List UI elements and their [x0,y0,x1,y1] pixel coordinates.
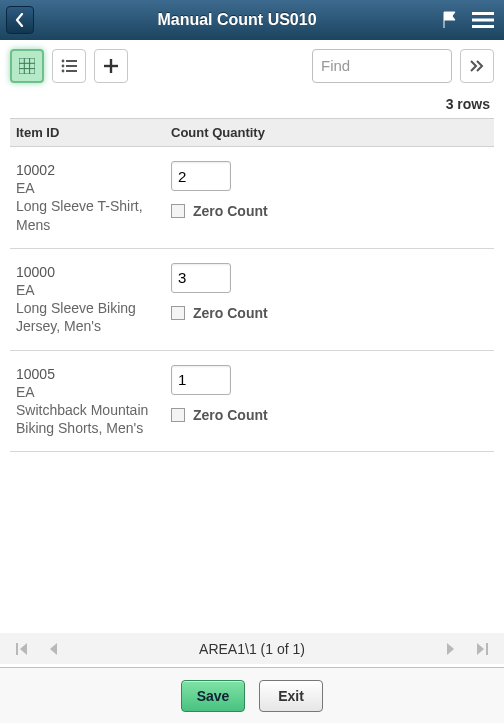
checkbox-icon[interactable] [171,408,185,422]
count-quantity-input[interactable] [171,365,231,395]
checkbox-icon[interactable] [171,204,185,218]
svg-rect-2 [472,25,494,28]
zero-count-field[interactable]: Zero Count [171,203,488,219]
first-page-icon [16,643,28,655]
item-uom: EA [16,281,159,299]
count-quantity-input[interactable] [171,161,231,191]
chevron-left-icon [15,13,25,27]
svg-point-10 [62,64,65,67]
checkbox-icon[interactable] [171,306,185,320]
grid-header: Item ID Count Quantity [10,119,494,147]
exit-button[interactable]: Exit [259,680,323,712]
toolbar [0,40,504,92]
pager: AREA1\1 (1 of 1) [0,632,504,664]
table-row: 10005 EA Switchback Mountain Biking Shor… [10,351,494,453]
more-button[interactable] [460,49,494,83]
zero-count-field[interactable]: Zero Count [171,407,488,423]
item-id: 10005 [16,365,159,383]
svg-rect-13 [66,70,77,72]
grid-view-button[interactable] [10,49,44,83]
item-uom: EA [16,383,159,401]
svg-rect-3 [19,58,35,74]
item-id: 10002 [16,161,159,179]
svg-rect-0 [472,12,494,15]
col-count-qty: Count Quantity [165,119,494,146]
chevron-double-right-icon [470,60,484,72]
find-input[interactable] [312,49,452,83]
col-item-id: Item ID [10,119,165,146]
item-id: 10000 [16,263,159,281]
svg-point-8 [62,59,65,62]
list-icon [61,59,77,73]
pager-text: AREA1\1 (1 of 1) [62,641,442,657]
zero-count-field[interactable]: Zero Count [171,305,488,321]
count-quantity-input[interactable] [171,263,231,293]
zero-count-label: Zero Count [193,305,268,321]
flag-icon[interactable] [440,10,460,30]
item-uom: EA [16,179,159,197]
svg-rect-9 [66,60,77,62]
svg-point-12 [62,69,65,72]
page-title: Manual Count US010 [34,11,440,29]
svg-rect-11 [66,65,77,67]
add-button[interactable] [94,49,128,83]
zero-count-label: Zero Count [193,203,268,219]
pager-next-button[interactable] [442,643,460,655]
grid-icon [19,58,35,74]
svg-rect-17 [486,643,488,655]
item-desc: Long Sleeve Biking Jersey, Men's [16,299,159,335]
prev-page-icon [48,643,58,655]
data-grid: Item ID Count Quantity 10002 EA Long Sle… [10,118,494,452]
item-desc: Switchback Mountain Biking Shorts, Men's [16,401,159,437]
save-button[interactable]: Save [181,680,245,712]
next-page-icon [446,643,456,655]
pager-first-button[interactable] [12,643,32,655]
hamburger-menu-icon[interactable] [472,11,494,29]
pager-prev-button[interactable] [44,643,62,655]
svg-rect-1 [472,19,494,22]
pager-last-button[interactable] [472,643,492,655]
footer: Save Exit [0,667,504,723]
table-row: 10000 EA Long Sleeve Biking Jersey, Men'… [10,249,494,351]
item-desc: Long Sleeve T-Shirt, Mens [16,197,159,233]
app-header: Manual Count US010 [0,0,504,40]
svg-rect-16 [16,643,18,655]
list-view-button[interactable] [52,49,86,83]
back-button[interactable] [6,6,34,34]
row-count: 3 rows [0,92,504,118]
table-row: 10002 EA Long Sleeve T-Shirt, Mens Zero … [10,147,494,249]
zero-count-label: Zero Count [193,407,268,423]
last-page-icon [476,643,488,655]
plus-icon [103,58,119,74]
